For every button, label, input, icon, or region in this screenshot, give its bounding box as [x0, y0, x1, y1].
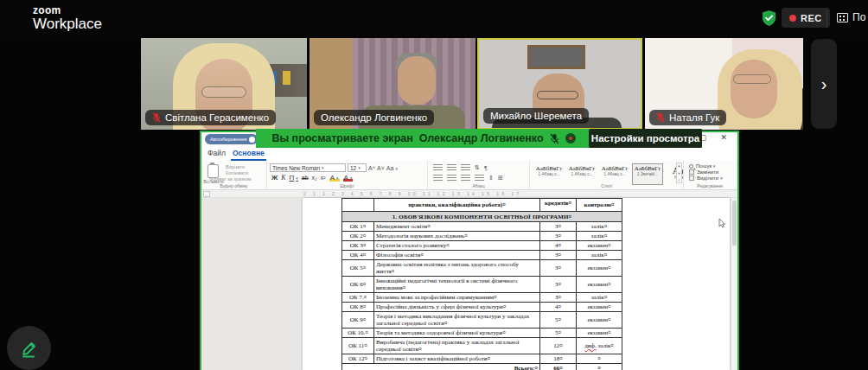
background-book [283, 71, 290, 85]
participant-name: Олександр Логвиненко [321, 112, 427, 123]
tab-file[interactable]: Файл [207, 149, 226, 157]
horizontal-ruler[interactable]: ⌐ 2 1 1 2 3 4 5 6 7 8 9 10 11 12 13 14 1… [201, 190, 737, 198]
meeting-topbar: zoom Workplace REC По [0, 0, 868, 38]
participant-nametag: Михайло Шеремета [483, 108, 589, 124]
superscript-button[interactable]: x² [321, 175, 326, 181]
view-button[interactable]: По [837, 11, 865, 23]
window-controls[interactable]: ▢ ✕ [699, 133, 733, 142]
share-recording-icon [565, 133, 576, 144]
highlight-color-button[interactable]: А [329, 174, 340, 182]
replace-button[interactable]: Замінити [684, 169, 736, 175]
style-card[interactable]: АаБбВвГг 1 Абзац с... [533, 163, 565, 185]
header-components: практики, кваліфікаційна робота)¤ [374, 199, 540, 212]
shrink-font-button[interactable]: А˅ [377, 165, 385, 171]
bold-button[interactable]: Ж [271, 174, 278, 182]
recording-indicator[interactable]: REC [782, 8, 830, 28]
editing-group-label: Редагування [684, 183, 736, 188]
select-icon [689, 175, 694, 181]
grow-font-button[interactable]: А^ [368, 165, 375, 171]
video-tile-natalia[interactable]: Наталя Гук [645, 38, 803, 130]
encryption-shield-icon[interactable] [761, 10, 777, 30]
view-options-button[interactable]: Настройки просмотра [589, 129, 702, 148]
video-tile-mykhailo-active-speaker[interactable]: Михайло Шеремета [477, 38, 642, 130]
autosave-toggle[interactable]: Автозбереження [205, 134, 258, 144]
table-row: ОК 5¤Державна освітня політика з питань … [342, 260, 622, 277]
paragraph-marks-icon[interactable]: ¶ [484, 165, 488, 171]
presenter-name: Олександр Логвиненко [419, 132, 544, 144]
participant-nametag: Світлана Герасименко [145, 110, 276, 125]
format-painter-button[interactable]: Формат за зразком [209, 176, 252, 182]
italic-button[interactable]: К [281, 174, 285, 182]
style-card[interactable]: АаБбВвГг 1 Абзац с... [599, 163, 630, 185]
style-card[interactable]: АаБбВвГг 1 Абзац с... [566, 163, 597, 185]
font-size-select[interactable]: 12 [348, 163, 367, 172]
sort-icon[interactable]: ⇅ [475, 164, 480, 171]
font-color-button[interactable]: А [343, 174, 354, 182]
paragraph-group: ⇅ ¶ ⇕ ⊞ Абзац [428, 161, 530, 189]
numbered-list-icon[interactable] [447, 164, 456, 171]
styles-group: АаБбВвГг 1 Абзац с... АаБбВвГг 1 Абзац с… [530, 161, 684, 189]
section-row: 1. ОБОВ'ЯЗКОВІ КОМПОНЕНТИ ОСВІТНЬОЇ ПРОГ… [342, 212, 622, 222]
total-row: Всього:¤ 66¤ ¤ [342, 364, 622, 370]
participant-name: Світлана Герасименко [165, 112, 269, 123]
viewing-text: Вы просматриваете экран [271, 132, 412, 144]
cut-button[interactable]: Вирізати [226, 164, 245, 169]
participant-face [731, 60, 777, 118]
document-scrollbar[interactable] [731, 198, 737, 370]
participant-face [398, 56, 436, 105]
align-left-icon[interactable] [433, 175, 443, 182]
topbar-divider [827, 10, 827, 28]
document-page[interactable]: практики, кваліфікаційна робота)¤ кредит… [303, 198, 730, 370]
presenter-muted-mic-icon [550, 133, 559, 144]
table-row: ОК 6¤Інноваційні педагогічні технології … [342, 277, 622, 293]
find-button[interactable]: Пошук [684, 163, 736, 169]
align-right-icon[interactable] [461, 175, 470, 182]
table-row: ОК 9¤Теорія і методика викладання фізичн… [342, 312, 622, 329]
curriculum-table[interactable]: практики, кваліфікаційна робота)¤ кредит… [341, 198, 622, 370]
styles-gallery: АаБбВвГг 1 Абзац с... АаБбВвГг 1 Абзац с… [530, 163, 683, 185]
video-tile-svitlana[interactable]: Світлана Герасименко [141, 38, 307, 130]
annotate-button[interactable] [7, 326, 51, 370]
multilevel-list-icon[interactable] [461, 164, 470, 171]
subscript-button[interactable]: x₂ [312, 175, 317, 181]
change-case-button[interactable]: Аа [386, 165, 398, 171]
tab-home[interactable]: Основне [233, 149, 265, 157]
participant-glasses [201, 86, 246, 98]
bullet-list-icon[interactable] [433, 164, 443, 171]
video-tile-oleksandr[interactable]: Олександр Логвиненко [310, 38, 475, 130]
justify-icon[interactable] [475, 175, 484, 182]
font-family-select[interactable]: Times New Roman [270, 163, 346, 172]
copy-button[interactable]: Копіювати [226, 170, 248, 175]
scrollbar-thumb[interactable] [732, 201, 737, 246]
table-row: ОК 8¤Професійна діяльність у сфері фізич… [342, 303, 622, 312]
ruler-numbers: 2 1 1 2 3 4 5 6 7 8 9 10 11 12 13 14 15 … [303, 191, 522, 196]
word-window: Автозбереження ▢ ✕ Спільний доступ Файл … [201, 132, 737, 370]
header-control: контролю¤ [577, 199, 622, 212]
table-row: ОК 1¤Менеджмент освіти¤ 3¤залік¤ [342, 222, 622, 232]
font-group: Times New Roman 12 А^ А˅ Аа Ж К П ab x₂ … [267, 161, 428, 189]
autosave-label: Автозбереження [210, 137, 246, 142]
control-with-spellcheck: диф. залік¤ [577, 338, 622, 354]
recording-red-dot-icon [789, 15, 796, 22]
line-spacing-icon[interactable]: ⇕ [488, 175, 494, 182]
view-label: По [852, 11, 865, 23]
ruler-tab-selector[interactable]: ⌐ [203, 191, 210, 197]
next-participants-button[interactable]: › [811, 39, 837, 129]
underline-button[interactable]: П [290, 174, 298, 182]
participant-name: Наталя Гук [669, 112, 719, 123]
document-area: практики, кваліфікаційна робота)¤ кредит… [201, 198, 737, 370]
pencil-icon [19, 338, 40, 359]
view-grid-icon [837, 13, 848, 22]
style-card-selected[interactable]: АаБбВвГг 1 Звичай... [632, 163, 663, 185]
borders-icon[interactable]: ⊞ [498, 175, 503, 182]
select-button[interactable]: Виділити [684, 175, 736, 181]
table-row: ОК 4¤Філософія освіти¤ 3¤залік¤ [342, 251, 622, 260]
muted-mic-icon [656, 112, 665, 123]
strikethrough-button[interactable]: ab [302, 175, 309, 181]
mouse-cursor-icon [718, 219, 725, 230]
background-picture-frame [527, 45, 585, 69]
paragraph-group-label: Абзац [428, 183, 529, 188]
styles-scroll-buttons[interactable]: ▲▼≡ [676, 163, 682, 183]
ribbon-tabs: Файл Основне [201, 146, 737, 161]
align-center-icon[interactable] [447, 175, 456, 182]
